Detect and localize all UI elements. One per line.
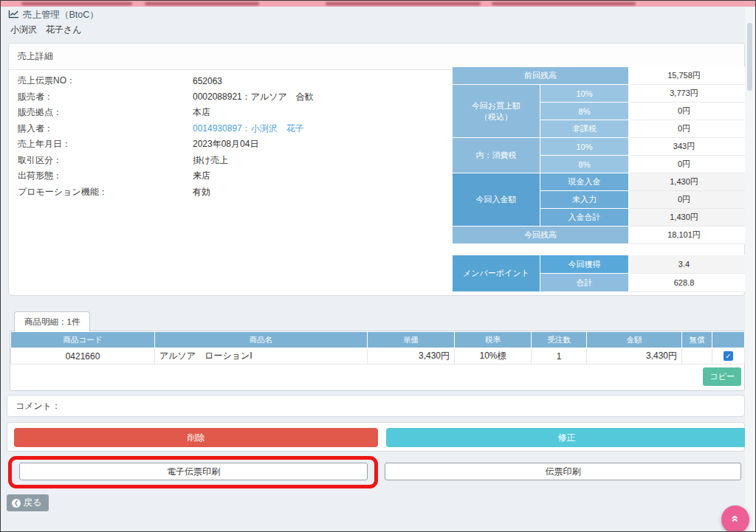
item-select-cell: ✓: [712, 348, 745, 365]
field-label: 販売拠点：: [18, 106, 193, 119]
tax-8pct-value: 0円: [629, 156, 746, 173]
field-row: 販売者： 0002088921：アルソア 合歓: [18, 89, 314, 106]
red-highlight-annotation: 電子伝票印刷: [8, 456, 378, 488]
field-row: 購入者： 0014930897：小渕沢 花子: [18, 121, 314, 137]
buyer-link[interactable]: 0014930897：小渕沢 花子: [193, 122, 304, 135]
blurred-nav-text: [326, 2, 481, 5]
double-chevron-up-icon: «: [728, 515, 743, 522]
consumption-tax-label: 内：消費税: [453, 138, 540, 173]
sales-detail-panel: 売上詳細 売上伝票NO： 652063 販売者： 0002088921：アルソア…: [8, 43, 745, 296]
shipping-type-value: 来店: [193, 170, 210, 182]
points-earned-value: 3.4: [629, 255, 746, 274]
comment-panel: コメント：: [7, 395, 745, 417]
not-entered-value: 0円: [629, 191, 746, 209]
sales-location-value: 本店: [193, 106, 210, 119]
purchase-8pct-value: 0円: [629, 103, 746, 120]
column-header-product-code: 商品コード: [11, 332, 155, 348]
field-label: 出荷形態：: [18, 170, 193, 182]
field-row: 売上伝票NO： 652063: [18, 73, 314, 89]
points-earned-label: 今回獲得: [540, 255, 629, 274]
blurred-nav-text: [21, 2, 132, 5]
scroll-to-top-button[interactable]: «: [721, 505, 749, 532]
copy-button[interactable]: コピー: [703, 367, 741, 386]
delete-button[interactable]: 削除: [14, 428, 378, 447]
transaction-type-value: 掛け売上: [193, 154, 228, 167]
tax-10pct-value: 343円: [629, 138, 746, 156]
items-table: 商品コード 商品名 単価 税率 受注数 金額 無償 0421660 アルソア ロ…: [10, 331, 745, 365]
promotion-value: 有効: [193, 186, 210, 198]
not-entered-label: 未入力: [540, 191, 629, 209]
item-unit-price: 3,430円: [368, 348, 455, 365]
field-label: プロモーション機能：: [18, 186, 193, 198]
line-chart-icon: [8, 10, 19, 21]
field-label: 売上年月日：: [18, 138, 193, 151]
rate-label: 10%: [540, 85, 629, 103]
column-header-product-name: 商品名: [155, 332, 368, 348]
member-points-table: メンバーポイント 今回獲得 3.4 合計 628.8: [452, 255, 746, 292]
points-total-label: 合計: [540, 274, 629, 292]
field-label: 取引区分：: [18, 154, 193, 167]
field-row: 販売拠点： 本店: [18, 105, 314, 121]
actions-panel: 削除 修正: [7, 422, 745, 452]
sales-detail-fields: 売上伝票NO： 652063 販売者： 0002088921：アルソア 合歓 販…: [18, 73, 314, 200]
comment-label: コメント：: [16, 400, 61, 412]
chevron-circle-left-icon: ❮: [12, 499, 21, 508]
prev-balance-value: 15,758円: [629, 67, 746, 85]
item-qty: 1: [532, 348, 587, 365]
item-details-panel: 商品コード 商品名 単価 税率 受注数 金額 無償 0421660 アルソア ロ…: [10, 331, 745, 391]
field-label: 売上伝票NO：: [18, 75, 193, 87]
column-header-unit-price: 単価: [368, 332, 455, 348]
scrollbar-thumb[interactable]: [747, 23, 752, 91]
item-amount: 3,430円: [587, 348, 682, 365]
field-row: 出荷形態： 来店: [18, 168, 314, 184]
field-row: プロモーション機能： 有効: [18, 184, 314, 201]
page-title: 売上管理（BtoC）: [23, 9, 99, 21]
column-header-order-qty: 受注数: [532, 332, 587, 348]
item-name: アルソア ローションⅠ: [155, 348, 368, 365]
slip-number-value: 652063: [193, 76, 222, 86]
prev-balance-label: 前回残高: [453, 67, 629, 85]
electronic-slip-print-button[interactable]: 電子伝票印刷: [19, 463, 368, 480]
field-row: 取引区分： 掛け売上: [18, 153, 314, 169]
tab-item-details[interactable]: 商品明細：1件: [14, 311, 90, 331]
column-header-blank: [712, 332, 745, 348]
column-header-free: 無償: [682, 332, 712, 348]
check-icon: ✓: [725, 352, 731, 360]
blurred-nav-text: [145, 2, 259, 5]
purchase-taxfree-value: 0円: [629, 120, 746, 138]
deposit-total-label: 入金合計: [540, 209, 629, 227]
item-code: 0421660: [11, 348, 155, 365]
current-balance-value: 18,101円: [629, 227, 746, 244]
amount-summary-table: 前回残高 15,758円 今回お買上額 （税込） 10% 3,773円 8% 0…: [452, 66, 746, 244]
rate-label: 非課税: [540, 120, 629, 138]
purchase-amount-label: 今回お買上額 （税込）: [453, 85, 540, 138]
back-button[interactable]: ❮ 戻る: [7, 494, 49, 511]
points-total-value: 628.8: [629, 274, 746, 292]
top-navigation-bar: [1, 1, 756, 7]
column-header-amount: 金額: [587, 332, 682, 348]
blurred-nav-text: [492, 2, 636, 5]
customer-name: 小渕沢 花子さん: [10, 24, 82, 36]
seller-value: 0002088921：アルソア 合歓: [193, 91, 314, 103]
back-button-label: 戻る: [24, 497, 41, 509]
purchase-10pct-value: 3,773円: [629, 85, 746, 103]
rate-label: 8%: [540, 156, 629, 173]
scrollbar[interactable]: [745, 7, 755, 532]
sales-management-screen: 売上管理（BtoC） 小渕沢 花子さん 売上詳細 売上伝票NO： 652063 …: [0, 0, 756, 532]
item-row: 0421660 アルソア ローションⅠ 3,430円 10%標 1 3,430円…: [11, 348, 745, 365]
current-balance-label: 今回残高: [453, 227, 629, 244]
rate-label: 10%: [540, 138, 629, 156]
member-points-label: メンバーポイント: [453, 255, 540, 292]
column-header-tax-rate: 税率: [455, 332, 532, 348]
field-row: 売上年月日： 2023年08月04日: [18, 137, 314, 153]
deposit-total-value: 1,430円: [629, 209, 746, 227]
cash-deposit-label: 現金入金: [540, 173, 629, 191]
field-label: 購入者：: [18, 122, 193, 135]
edit-button[interactable]: 修正: [386, 428, 747, 447]
sales-date-value: 2023年08月04日: [193, 138, 258, 151]
slip-print-button[interactable]: 伝票印刷: [385, 463, 741, 480]
items-header-row: 商品コード 商品名 単価 税率 受注数 金額 無償: [11, 332, 745, 348]
row-checkbox[interactable]: ✓: [724, 351, 733, 361]
payment-amount-label: 今回入金額: [453, 173, 540, 227]
item-free-cell: [682, 348, 712, 365]
